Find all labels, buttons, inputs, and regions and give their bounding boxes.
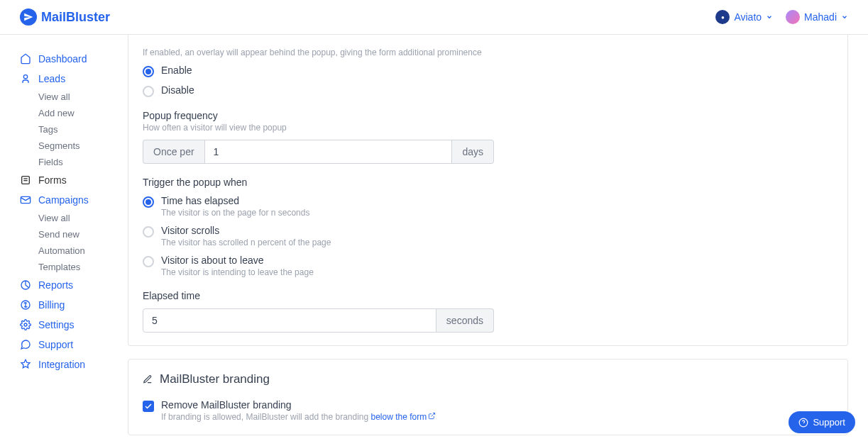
sidebar-item-settings[interactable]: Settings xyxy=(20,315,128,335)
overlay-enable-option[interactable]: Enable xyxy=(143,65,833,77)
external-link-icon xyxy=(428,412,436,422)
app-header: MailBluster ● Aviato Mahadi xyxy=(0,0,868,35)
sidebar-item-reports[interactable]: Reports xyxy=(20,275,128,295)
radio-label: Visitor scrolls xyxy=(161,225,331,236)
home-icon xyxy=(20,53,31,65)
popup-settings-card: If enabled, an overlay will appear behin… xyxy=(128,35,848,346)
remove-branding-option[interactable]: Remove MailBluster branding If branding … xyxy=(143,399,833,422)
frequency-label: Popup frequency xyxy=(143,110,833,121)
help-circle-icon xyxy=(798,418,808,428)
sidebar: Dashboard Leads View all Add new Tags Se… xyxy=(0,35,128,446)
sidebar-item-leads[interactable]: Leads xyxy=(20,69,128,89)
frequency-input[interactable] xyxy=(204,140,453,164)
logo-icon xyxy=(20,9,37,26)
support-icon xyxy=(20,339,31,350)
checkbox-icon xyxy=(143,401,154,412)
sidebar-sub-automation[interactable]: Automation xyxy=(20,242,128,259)
sidebar-item-label: Billing xyxy=(38,299,65,311)
workspace-avatar: ● xyxy=(715,10,730,24)
sidebar-sub-add-new[interactable]: Add new xyxy=(20,105,128,121)
sidebar-item-label: Leads xyxy=(38,73,65,84)
sidebar-item-label: Reports xyxy=(38,279,73,291)
chevron-down-icon xyxy=(766,13,773,21)
envelope-icon xyxy=(20,194,31,206)
branding-title: MailBluster branding xyxy=(160,372,270,386)
radio-label: Visitor is about to leave xyxy=(161,255,314,266)
sidebar-item-integration[interactable]: Integration xyxy=(20,355,128,374)
gear-icon xyxy=(20,319,31,330)
radio-desc: The visitor has scrolled n percent of th… xyxy=(161,238,331,247)
elapsed-suffix: seconds xyxy=(436,308,494,333)
branding-desc-text: If branding is allowed, MailBluster will… xyxy=(161,412,371,422)
chart-icon xyxy=(20,279,31,291)
support-widget[interactable]: Support xyxy=(789,411,855,433)
user-name: Mahadi xyxy=(804,11,837,23)
svg-point-7 xyxy=(24,323,27,326)
paper-plane-icon xyxy=(23,12,33,22)
sidebar-sub-templates[interactable]: Templates xyxy=(20,259,128,275)
user-menu[interactable]: Mahadi xyxy=(786,10,848,24)
sidebar-sub-segments[interactable]: Segments xyxy=(20,138,128,154)
sidebar-item-billing[interactable]: Billing xyxy=(20,295,128,315)
overlay-disable-option[interactable]: Disable xyxy=(143,84,833,97)
trigger-label: Trigger the popup when xyxy=(143,177,833,188)
check-icon xyxy=(144,402,153,411)
main-content: If enabled, an overlay will appear behin… xyxy=(128,35,868,446)
sidebar-item-dashboard[interactable]: Dashboard xyxy=(20,49,128,69)
frequency-description: How often a visitor will view the popup xyxy=(143,123,833,133)
workspace-name: Aviato xyxy=(734,11,762,23)
overlay-description: If enabled, an overlay will appear behin… xyxy=(143,48,833,57)
elapsed-label: Elapsed time xyxy=(143,290,833,301)
checkbox-label: Remove MailBluster branding xyxy=(161,399,436,411)
radio-icon xyxy=(143,86,154,97)
radio-desc: The visitor is on the page for n seconds xyxy=(161,208,309,218)
user-icon xyxy=(20,73,31,84)
radio-label: Disable xyxy=(161,84,194,96)
radio-icon xyxy=(143,226,154,238)
frequency-suffix: days xyxy=(452,140,494,164)
radio-icon xyxy=(143,256,154,267)
sidebar-item-support[interactable]: Support xyxy=(20,335,128,355)
header-right: ● Aviato Mahadi xyxy=(715,10,848,24)
trigger-about-to-leave-option[interactable]: Visitor is about to leave The visitor is… xyxy=(143,255,833,277)
frequency-prefix: Once per xyxy=(143,140,204,164)
dollar-icon xyxy=(20,299,31,311)
sidebar-item-label: Support xyxy=(38,339,73,350)
pencil-icon xyxy=(143,374,153,384)
integration-icon xyxy=(20,359,31,370)
chevron-down-icon xyxy=(841,13,848,21)
form-icon xyxy=(20,174,31,186)
sidebar-item-forms[interactable]: Forms xyxy=(20,170,128,190)
sidebar-sub-view-all[interactable]: View all xyxy=(20,210,128,226)
branding-card: MailBluster branding Remove MailBluster … xyxy=(128,359,848,435)
branding-header: MailBluster branding xyxy=(143,372,833,386)
frequency-input-group: Once per days xyxy=(143,140,494,164)
sidebar-item-label: Campaigns xyxy=(38,194,89,206)
radio-icon xyxy=(143,66,154,77)
checkbox-desc: If branding is allowed, MailBluster will… xyxy=(161,412,436,422)
brand-logo[interactable]: MailBluster xyxy=(20,9,110,26)
support-label: Support xyxy=(813,417,845,428)
sidebar-item-label: Forms xyxy=(38,174,67,186)
radio-label: Enable xyxy=(161,65,192,76)
radio-icon xyxy=(143,196,154,208)
sidebar-sub-tags[interactable]: Tags xyxy=(20,121,128,138)
sidebar-item-label: Settings xyxy=(38,319,75,330)
sidebar-item-campaigns[interactable]: Campaigns xyxy=(20,190,128,210)
sidebar-sub-fields[interactable]: Fields xyxy=(20,154,128,170)
sidebar-item-label: Integration xyxy=(38,359,85,370)
brand-name: MailBluster xyxy=(41,10,110,25)
sidebar-sub-send-new[interactable]: Send new xyxy=(20,226,128,242)
radio-desc: The visitor is intending to leave the pa… xyxy=(161,267,314,277)
radio-label: Time has elapsed xyxy=(161,195,309,206)
elapsed-input-group: seconds xyxy=(143,308,494,333)
user-avatar xyxy=(786,10,800,24)
sidebar-sub-view-all[interactable]: View all xyxy=(20,89,128,105)
svg-point-0 xyxy=(23,75,27,79)
workspace-selector[interactable]: ● Aviato xyxy=(715,10,773,24)
sidebar-item-label: Dashboard xyxy=(38,53,87,65)
trigger-visitor-scrolls-option[interactable]: Visitor scrolls The visitor has scrolled… xyxy=(143,225,833,247)
elapsed-input[interactable] xyxy=(143,308,436,333)
below-form-link[interactable]: below the form xyxy=(371,412,427,422)
trigger-time-elapsed-option[interactable]: Time has elapsed The visitor is on the p… xyxy=(143,195,833,218)
